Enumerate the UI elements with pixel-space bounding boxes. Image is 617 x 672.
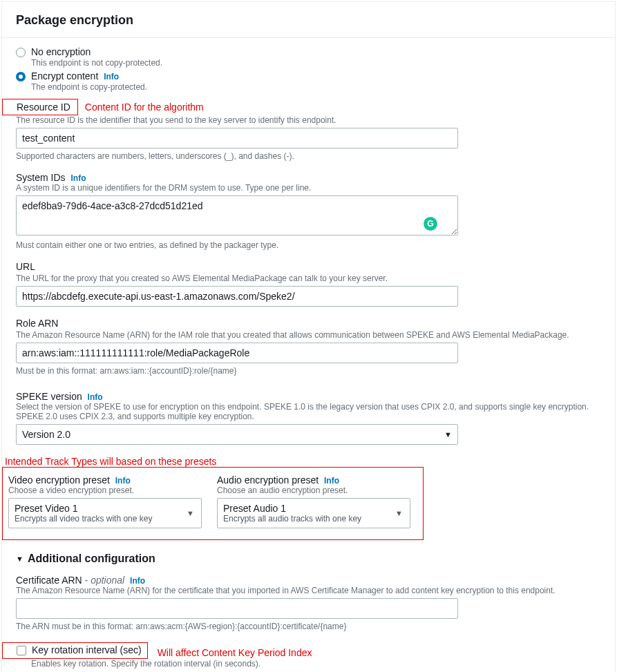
audio-preset-select[interactable]: Preset Audio 1 Encrypts all audio tracks…	[217, 498, 410, 528]
chevron-down-icon: ▼	[16, 555, 23, 563]
additional-configuration-toggle[interactable]: ▼ Additional configuration	[16, 553, 601, 565]
page-title: Package encryption	[16, 13, 601, 28]
optional-text: - optional	[85, 575, 125, 586]
radio-no-encryption[interactable]: No encryption This endpoint is not copy-…	[16, 46, 601, 68]
audio-preset-sub: Encrypts all audio tracks with one key	[223, 514, 392, 524]
annotation-box-key-rotation: Key rotation interval (sec)	[2, 642, 148, 659]
annotation-text-resource-id: Content ID for the algorithm	[85, 102, 204, 113]
system-ids-input[interactable]: edef8ba9-79d6-4ace-a3c8-27dcd51d21ed	[16, 195, 458, 236]
radio-label: No encryption	[31, 46, 601, 57]
package-encryption-panel: Package encryption No encryption This en…	[1, 1, 616, 672]
resource-id-help: Supported characters are numbers, letter…	[16, 151, 601, 161]
video-preset-select[interactable]: Preset Video 1 Encrypts all video tracks…	[8, 498, 202, 528]
cert-arn-label: Certificate ARN	[16, 575, 82, 586]
radio-desc: The endpoint is copy-protected.	[31, 82, 601, 92]
chevron-down-icon: ▼	[187, 509, 194, 517]
info-link[interactable]: Info	[104, 72, 119, 81]
resource-id-input[interactable]	[16, 128, 458, 148]
system-ids-help: Must contain either one or two entries, …	[16, 240, 601, 250]
panel-header: Package encryption	[2, 2, 615, 38]
speke-label: SPEKE version	[16, 391, 82, 402]
audio-preset-value: Preset Audio 1	[223, 503, 392, 514]
role-arn-label: Role ARN	[16, 318, 601, 329]
key-rotation-label: Key rotation interval (sec)	[32, 644, 142, 655]
annotation-box-presets: Video encryption preset Info Choose a vi…	[2, 467, 424, 540]
chevron-down-icon: ▼	[444, 430, 452, 439]
annotation-box-resource-id: Resource ID	[2, 99, 78, 115]
role-arn-input[interactable]	[16, 343, 458, 363]
speke-version-select[interactable]: Version 2.0 ▼	[16, 424, 458, 445]
radio-icon	[16, 48, 26, 57]
audio-preset-desc: Choose an audio encryption preset.	[217, 486, 410, 495]
info-link[interactable]: Info	[115, 476, 131, 486]
additional-configuration-title: Additional configuration	[28, 553, 155, 565]
url-label: URL	[16, 261, 601, 272]
system-ids-label: System IDs	[16, 172, 66, 183]
resource-id-desc: The resource ID is the identifier that y…	[16, 115, 601, 125]
cert-arn-help: The ARN must be in this format: arn:aws:…	[16, 622, 601, 631]
radio-label: Encrypt content	[31, 70, 98, 81]
video-preset-sub: Encrypts all video tracks with one key	[15, 514, 183, 524]
role-arn-help: Must be in this format: arn:aws:iam::{ac…	[16, 366, 601, 376]
info-link[interactable]: Info	[130, 576, 145, 586]
radio-encrypt-content[interactable]: Encrypt content Info The endpoint is cop…	[16, 70, 601, 92]
info-link[interactable]: Info	[70, 173, 86, 183]
chevron-down-icon: ▼	[395, 509, 403, 517]
resource-id-label: Resource ID	[17, 102, 70, 113]
panel-body: No encryption This endpoint is not copy-…	[2, 38, 615, 672]
audio-preset-label: Audio encryption preset	[217, 474, 319, 486]
role-arn-desc: The Amazon Resource Name (ARN) for the I…	[16, 330, 601, 340]
grammarly-icon[interactable]: G	[424, 217, 437, 231]
info-link[interactable]: Info	[88, 392, 103, 402]
annotation-text-key-rotation: Will affect Content Key Period Index	[158, 647, 312, 658]
encryption-radio-group: No encryption This endpoint is not copy-…	[16, 46, 601, 92]
speke-value: Version 2.0	[22, 429, 70, 440]
system-ids-desc: A system ID is a unique identifiers for …	[16, 183, 601, 193]
radio-desc: This endpoint is not copy-protected.	[31, 58, 601, 68]
url-desc: The URL for the proxy that you created s…	[16, 273, 601, 283]
info-link[interactable]: Info	[324, 476, 339, 486]
annotation-text-presets: Intended Track Types will based on these…	[2, 456, 601, 467]
video-preset-desc: Choose a video encryption preset.	[8, 486, 202, 495]
url-input[interactable]	[16, 286, 458, 307]
key-rotation-desc: Enables key rotation. Specify the rotati…	[31, 659, 601, 669]
key-rotation-checkbox[interactable]	[17, 646, 26, 655]
radio-icon-selected	[16, 72, 26, 81]
cert-arn-desc: The Amazon Resource Name (ARN) for the c…	[16, 586, 601, 595]
video-preset-value: Preset Video 1	[15, 503, 183, 514]
video-preset-label: Video encryption preset	[8, 474, 110, 486]
cert-arn-input[interactable]	[16, 598, 458, 619]
speke-desc: Select the version of SPEKE to use for e…	[16, 402, 601, 421]
